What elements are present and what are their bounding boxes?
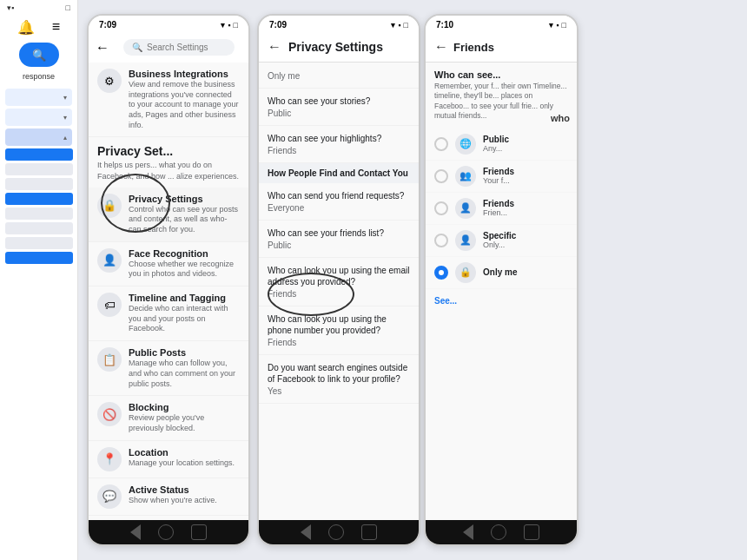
p3-friends-list-q: Who can see your friends list? — [268, 227, 410, 239]
wifi-icon: ▾ — [221, 21, 225, 30]
p1-menu-item-2[interactable]: ▾ — [5, 109, 72, 126]
see-more-button[interactable]: See... — [426, 289, 577, 313]
p2-back-arrow[interactable]: ← — [96, 40, 109, 56]
p4-option-fof[interactable]: 👤 Friends Frien... — [426, 193, 577, 225]
home-nav-icon[interactable] — [328, 524, 344, 540]
p3-highlights-question: Who can see your highlights? — [268, 133, 410, 144]
p3-friend-requests-q: Who can send you friend requests? — [268, 190, 410, 201]
p3-email-row[interactable]: Who can look you up using the email addr… — [259, 258, 419, 306]
location-desc: Manage your location settings. — [129, 458, 240, 469]
p2-status-bar: 7:09 ▾ ▪ □ — [89, 16, 248, 32]
p4-option-only-me[interactable]: 🔒 Only me — [426, 257, 577, 289]
settings-active-item[interactable]: 💬 Active Status Show when you're active. — [89, 478, 248, 516]
back-nav-icon[interactable] — [463, 524, 473, 540]
p3-phone-q: Who can look you up using the phone numb… — [268, 313, 410, 336]
recents-nav-icon[interactable] — [524, 524, 539, 540]
p3-time: 7:09 — [269, 20, 287, 30]
p4-friends-text: Friends Your f... — [483, 167, 568, 185]
location-title: Location — [129, 447, 240, 458]
who-can-see-phone: 7:10 ▾ ▪ □ ← Friends Who can see... Reme… — [424, 14, 578, 546]
p1-search-button[interactable]: 🔍 — [19, 43, 59, 67]
active-icon: 💬 — [97, 484, 122, 509]
p4-status-bar: 7:10 ▾ ▪ □ — [426, 16, 577, 32]
settings-face-item[interactable]: 👤 Face Recognition Choose whether we rec… — [89, 242, 248, 287]
p1-menu-item-1[interactable]: ▾ — [5, 89, 72, 106]
settings-privacy-text: Privacy Settings Control who can see you… — [129, 194, 240, 235]
settings-business-text: Business Integrations View and remove th… — [129, 69, 240, 130]
p3-phone-row[interactable]: Who can look you up using the phone numb… — [259, 306, 419, 355]
back-nav-icon[interactable] — [130, 524, 141, 540]
response-label: response — [0, 70, 77, 82]
p4-option-public[interactable]: 🌐 Public Any... — [426, 128, 577, 161]
p1-menu-item-3[interactable]: ▴ — [5, 128, 72, 146]
hamburger-icon[interactable]: ≡ — [52, 19, 60, 36]
p3-only-me-row[interactable]: Only me — [259, 63, 419, 89]
settings-timeline-item[interactable]: 🏷 Timeline and Tagging Decide who can in… — [89, 287, 248, 341]
business-title: Business Integrations — [129, 69, 240, 79]
p3-friends-list-row[interactable]: Who can see your friends list? Public — [259, 221, 419, 258]
search-input[interactable] — [147, 43, 226, 52]
p4-friends-icon: 👥 — [455, 166, 476, 187]
p1-blue-bar-8 — [5, 252, 73, 264]
p4-only-me-icon: 🔒 — [455, 262, 476, 283]
recents-nav-icon[interactable] — [361, 524, 377, 540]
wifi-icon: ▾ — [391, 21, 395, 30]
p3-email-q: Who can look you up using the email addr… — [268, 265, 410, 287]
p4-option-friends[interactable]: 👥 Friends Your f... — [426, 161, 577, 193]
settings-timeline-text: Timeline and Tagging Decide who can inte… — [129, 293, 240, 334]
bell-icon[interactable]: 🔔 — [17, 19, 35, 36]
privacy-icon: 🔒 — [97, 194, 122, 218]
settings-business-item[interactable]: ⚙ Business Integrations View and remove … — [89, 63, 248, 137]
p4-public-icon: 🌐 — [455, 134, 476, 155]
settings-location-item[interactable]: 📍 Location Manage your location settings… — [89, 441, 248, 478]
p4-radio-public[interactable] — [434, 137, 448, 151]
blocking-desc: Review people you've previously blocked. — [129, 413, 240, 433]
battery-icon: □ — [404, 21, 408, 30]
timeline-desc: Decide who can interact with you and you… — [129, 304, 240, 334]
p3-stories-row[interactable]: Who can see your stories? Public — [259, 89, 419, 126]
p4-header: ← Friends — [426, 32, 577, 63]
face-desc: Choose whether we recognize you in photo… — [129, 260, 240, 280]
p3-section-header: How People Find and Contact You — [259, 163, 419, 183]
p1-blue-bar-3 — [5, 178, 73, 190]
p1-blue-bar-4 — [5, 193, 73, 205]
face-title: Face Recognition — [129, 248, 240, 259]
p3-highlights-row[interactable]: Who can see your highlights? Friends — [259, 126, 419, 163]
search-icon: 🔍 — [132, 43, 142, 52]
p3-back-button[interactable]: ← — [268, 39, 281, 55]
signal-icon: ▪ — [556, 21, 559, 30]
back-nav-icon[interactable] — [301, 524, 311, 540]
p4-friends-label: Friends — [483, 167, 568, 176]
p3-nav-bar — [259, 520, 419, 544]
p3-friend-requests-row[interactable]: Who can send you friend requests? Everyo… — [259, 183, 419, 221]
p4-back-button[interactable]: ← — [434, 39, 448, 55]
p3-phone-a: Friends — [268, 338, 410, 347]
settings-public-item[interactable]: 📋 Public Posts Manage who can follow you… — [89, 341, 248, 396]
blocking-icon: 🚫 — [97, 402, 122, 426]
settings-privacy-item[interactable]: 🔒 Privacy Settings Control who can see y… — [89, 188, 248, 242]
p4-option-specific[interactable]: 👤 Specific Only... — [426, 225, 577, 257]
p4-title: Friends — [453, 41, 494, 54]
p4-status-icons: ▾ ▪ □ — [549, 21, 566, 30]
settings-public-text: Public Posts Manage who can follow you, … — [129, 347, 240, 389]
settings-phone: 7:09 ▾ ▪ □ ← 🔍 ⚙ Business Integrations V… — [87, 14, 250, 546]
recents-nav-icon[interactable] — [191, 524, 207, 540]
p4-specific-icon: 👤 — [455, 230, 476, 251]
p3-search-engines-row[interactable]: Do you want search engines outside of Fa… — [259, 355, 419, 404]
p4-radio-only-me[interactable] — [434, 266, 448, 280]
battery-icon: □ — [562, 21, 566, 30]
active-title: Active Status — [129, 484, 240, 495]
active-desc: Show when you're active. — [129, 496, 240, 506]
home-nav-icon[interactable] — [491, 524, 506, 540]
home-nav-icon[interactable] — [158, 524, 174, 540]
p3-friends-list-a: Public — [268, 240, 410, 250]
settings-blocking-item[interactable]: 🚫 Blocking Review people you've previous… — [89, 396, 248, 440]
p4-radio-specific[interactable] — [434, 234, 448, 247]
p4-radio-friends[interactable] — [434, 169, 448, 183]
p1-blue-bar-7 — [5, 237, 73, 249]
p4-radio-fof[interactable] — [434, 201, 448, 215]
settings-active-text: Active Status Show when you're active. — [129, 484, 240, 506]
p3-title: Privacy Settings — [288, 40, 383, 54]
search-icon: 🔍 — [32, 49, 46, 62]
p3-only-me-answer: Only me — [268, 71, 410, 81]
